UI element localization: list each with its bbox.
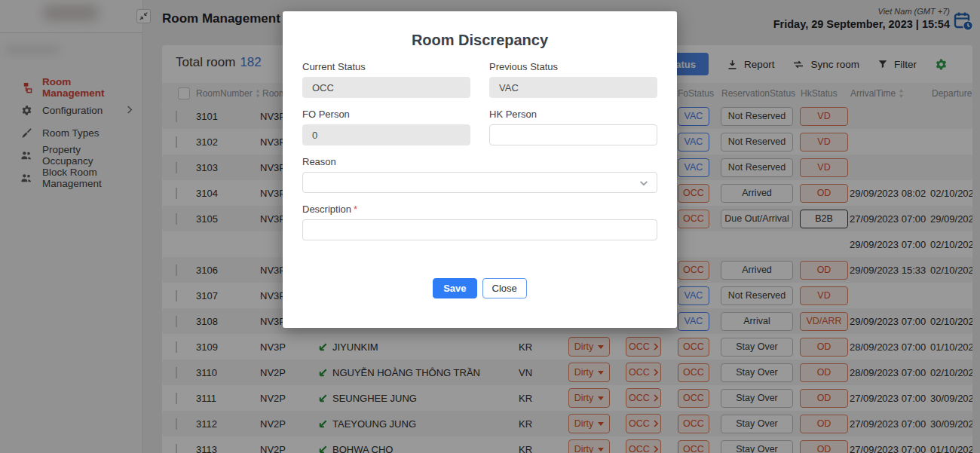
hk-person-input[interactable] [489,124,657,145]
save-button[interactable]: Save [433,278,476,298]
required-asterisk: * [354,204,357,215]
description-label: Description [302,204,351,215]
fo-person-label: FO Person [302,109,470,120]
hk-person-label: HK Person [489,109,657,120]
room-discrepancy-modal: Room Discrepancy Current Status Previous… [283,11,677,328]
current-status-input [302,77,470,98]
current-status-label: Current Status [302,61,470,72]
room-management-app: Room Management Configuration Room Types [0,0,980,453]
reason-label: Reason [302,156,657,167]
previous-status-input [489,77,657,98]
description-input[interactable] [302,219,657,240]
previous-status-label: Previous Status [489,61,657,72]
chevron-down-icon [639,178,649,188]
discrepancy-form: Current Status Previous Status FO Person… [283,49,677,298]
fo-person-input [302,124,470,145]
reason-select[interactable] [302,172,657,193]
close-button[interactable]: Close [482,278,527,298]
modal-title: Room Discrepancy [283,11,677,49]
